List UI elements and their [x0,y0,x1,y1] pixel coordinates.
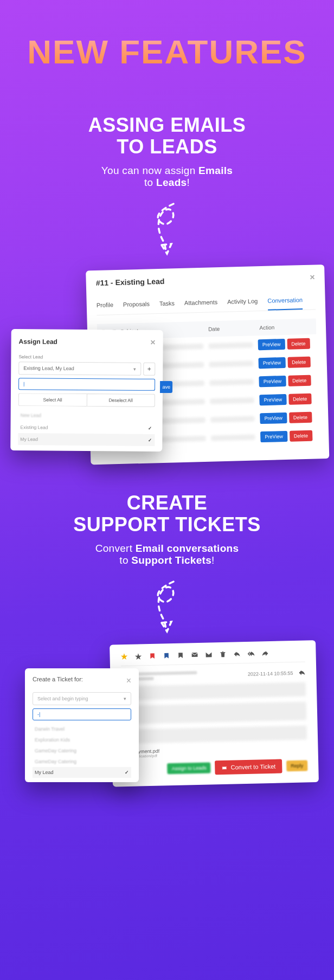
attachment-row[interactable]: payment.pdf application/pdf [123,745,307,759]
ticket-option[interactable]: GameDay Catering [33,745,131,756]
arrow-squiggle-icon [140,199,194,259]
mail-timestamp: 2022-11-14 10:55:55 [248,670,293,677]
mail-toolbar: ★ ★ [120,648,305,667]
lead-option[interactable]: Existing Lead✓ [18,421,155,434]
preview-button[interactable]: PreView [260,431,287,442]
banner: NEW FEATURES [0,0,334,82]
tab-profile[interactable]: Profile [96,296,113,315]
convert-to-ticket-button[interactable]: Convert to Ticket [215,759,282,775]
close-icon[interactable]: × [150,338,155,347]
delete-button[interactable]: Delete [287,338,310,350]
bookmark-red-icon[interactable] [149,653,156,660]
tab-proposals[interactable]: Proposals [123,295,150,314]
mail-read-icon[interactable] [191,652,198,659]
ticket-option[interactable]: GameDay Catering [33,756,131,767]
assign-lead-modal: Assign Lead × Select Lead Existing Lead,… [10,329,163,452]
lead-options-list: New Lead Existing Lead✓ My Lead✓ [18,409,155,446]
preview-button[interactable]: PreView [260,412,287,424]
section-support-tickets: CREATE SUPPORT TICKETS Convert Email con… [0,438,334,637]
mail-body [121,682,307,744]
close-icon[interactable]: × [126,676,131,686]
lead-search-input[interactable] [18,378,155,391]
save-button[interactable]: ave [160,381,172,393]
tab-conversation[interactable]: Conversation [267,291,303,311]
check-icon: ✓ [148,425,152,431]
preview-button[interactable]: PreView [258,339,285,350]
reply-all-icon[interactable] [247,650,254,657]
reply-button[interactable]: Reply [286,760,307,772]
section2-title: CREATE SUPPORT TICKETS [16,492,318,535]
ticket-options-list: Darwin Travel Exploration Kids GameDay C… [33,724,131,778]
mail-meta: 2022-11-14 10:55:55 [121,669,305,681]
email-view-card: ★ ★ 2022-11-14 10:55:55 [110,640,319,787]
delete-button[interactable]: Delete [290,430,313,442]
lead-option[interactable]: My Lead✓ [18,433,155,446]
preview-button[interactable]: PreView [259,394,286,405]
create-ticket-modal: Create a Ticket for: × Select and begin … [25,668,139,782]
tab-tasks[interactable]: Tasks [159,294,175,313]
delete-button[interactable]: Delete [287,357,311,368]
close-icon[interactable]: × [310,273,315,282]
panel-assign-emails: #11 - Existing Lead × Profile Proposals … [0,265,334,438]
preview-button[interactable]: PreView [259,376,286,387]
check-icon: ✓ [125,770,129,775]
section1-title: ASSING EMAILS TO LEADS [16,114,318,157]
select-all-button[interactable]: Select All [18,393,87,407]
delete-button[interactable]: Delete [289,412,312,423]
ticket-search-input[interactable] [33,708,131,720]
tab-bar: Profile Proposals Tasks Attachments Acti… [96,291,316,316]
delete-button[interactable]: Delete [288,394,312,405]
arrow-squiggle-icon [140,577,194,637]
forward-icon[interactable] [261,650,268,657]
deselect-all-button[interactable]: Deselect All [86,394,155,407]
col-action: Action [255,319,316,336]
bookmark-blue-icon[interactable] [163,652,170,659]
lead-option[interactable]: New Lead [18,409,155,422]
preview-button[interactable]: PreView [259,357,286,369]
tab-attachments[interactable]: Attachments [184,293,218,313]
ticket-option[interactable]: Darwin Travel [33,724,131,734]
reply-icon[interactable] [298,669,305,676]
ticket-select[interactable]: Select and begin typing [33,692,131,705]
col-date: Date [204,320,255,337]
section-assign-emails: ASSING EMAILS TO LEADS You can now assig… [0,82,334,259]
bookmark-icon[interactable] [177,652,184,659]
section2-subtitle: Convert Email conversations to Support T… [16,543,318,566]
ticket-option[interactable]: My Lead✓ [33,767,131,778]
reply-icon[interactable] [233,651,240,658]
add-lead-button[interactable]: + [143,363,155,376]
ticket-option[interactable]: Exploration Kids [33,734,131,745]
star-icon[interactable]: ★ [134,653,142,660]
ticket-modal-title: Create a Ticket for: [33,676,83,686]
lead-select[interactable]: Existing Lead, My Lead [18,362,141,376]
tab-activity-log[interactable]: Activity Log [227,292,258,311]
ticket-icon [222,765,228,771]
delete-button[interactable]: Delete [288,375,311,386]
assign-to-leads-button[interactable]: Assign to Leads [167,763,210,775]
mail-icon[interactable] [205,652,212,659]
lead-modal-title: #11 - Existing Lead [96,277,165,287]
assign-modal-title: Assign Lead [19,338,57,345]
panel-tickets: ★ ★ 2022-11-14 10:55:55 [0,640,334,868]
trash-icon[interactable] [219,651,226,658]
section1-subtitle: You can now assign Emails to Leads! [16,165,318,189]
banner-title: NEW FEATURES [0,33,334,71]
check-icon: ✓ [148,437,152,443]
select-lead-label: Select Lead [18,354,155,360]
star-filled-icon[interactable]: ★ [120,653,127,660]
